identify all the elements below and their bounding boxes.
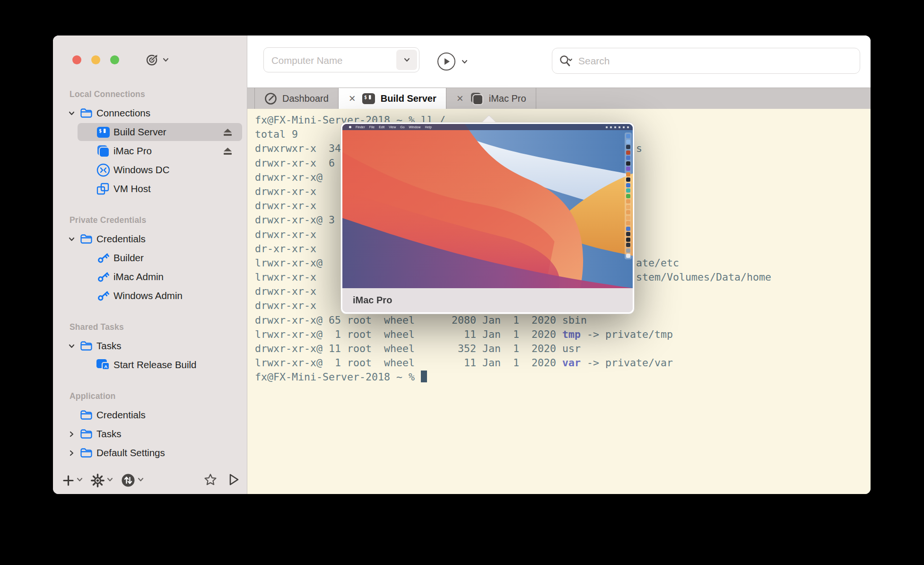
sidebar-item-label: Credentials	[96, 409, 146, 421]
sidebar-item-imac-pro[interactable]: iMac Pro	[53, 141, 247, 160]
svg-text:A: A	[104, 364, 107, 369]
remote-dock-icon	[626, 177, 630, 182]
screenshot-root: { "colors": { "accent_blue": "#1577F2", …	[0, 0, 924, 565]
remote-dock-icon	[626, 183, 630, 187]
remote-dock-icon	[626, 221, 630, 225]
svg-text:$: $	[364, 95, 367, 100]
sidebar-item-credentials[interactable]: Credentials	[53, 406, 247, 424]
sidebar-item-default-settings[interactable]: Default Settings	[53, 443, 247, 462]
computer-name-combobox[interactable]	[263, 47, 419, 72]
search-input[interactable]	[577, 55, 853, 67]
favorite-button[interactable]	[204, 473, 217, 488]
sidebar-tree: Local ConnectionsConnections$Build Serve…	[53, 35, 247, 462]
chevron-down-icon	[137, 476, 144, 485]
vm-icon	[95, 183, 112, 195]
remote-dock-icon	[626, 232, 630, 236]
settings-button[interactable]	[91, 474, 113, 487]
key-icon	[95, 289, 112, 302]
folder-icon	[78, 429, 95, 439]
eject-icon[interactable]	[223, 147, 233, 156]
terminal-line: lrwxr-xr-x@ 1 root wheel 11 Jan 1 2020 t…	[255, 327, 871, 342]
tab-dashboard[interactable]: Dashboard	[254, 88, 339, 109]
chevron-right-icon[interactable]	[65, 431, 78, 438]
computer-name-input[interactable]	[270, 48, 391, 73]
sidebar-item-build-server[interactable]: $Build Server	[53, 123, 247, 141]
remote-dock-icon	[626, 194, 630, 198]
connect-play-button[interactable]	[437, 53, 455, 71]
close-tab-icon[interactable]: ×	[348, 93, 357, 104]
remote-dock-icon	[626, 150, 630, 155]
chevron-down-icon[interactable]	[65, 343, 78, 350]
add-button[interactable]	[62, 475, 83, 486]
sidebar-item-windows-admin[interactable]: Windows Admin	[53, 286, 247, 305]
search-icon[interactable]	[559, 55, 573, 67]
imac-icon	[470, 92, 484, 105]
search-field[interactable]	[552, 48, 860, 74]
sidebar-item-windows-dc[interactable]: Windows DC	[53, 160, 247, 179]
popup-title: iMac Pro	[353, 295, 392, 306]
sidebar-item-label: Windows Admin	[113, 290, 183, 301]
sidebar-item-label: Tasks	[96, 428, 121, 440]
tab-label: iMac Pro	[489, 93, 526, 104]
run-button[interactable]	[228, 473, 240, 488]
remote-menu-item: Go	[400, 125, 404, 129]
sidebar-item-tasks[interactable]: Tasks	[53, 424, 247, 443]
sidebar-item-label: Builder	[113, 252, 144, 264]
remote-dock-icon	[626, 161, 630, 166]
close-tab-icon[interactable]: ×	[456, 93, 464, 104]
tab-label: Build Server	[381, 93, 436, 104]
sidebar-section-header: Local Connections	[53, 85, 247, 104]
sidebar-item-label: Build Server	[113, 126, 166, 138]
tab-label: Dashboard	[282, 93, 329, 104]
sidebar-item-start-release-build[interactable]: AStart Release Build	[53, 355, 247, 374]
remote-dock-icon	[626, 210, 630, 214]
remote-screen-thumbnail[interactable]: FinderFileEditViewGoWindowHelp	[342, 124, 633, 288]
remote-dock-icon	[626, 140, 630, 144]
chevron-down-icon[interactable]	[65, 110, 78, 117]
sidebar-item-connections[interactable]: Connections	[53, 104, 247, 123]
sidebar-item-label: iMac Pro	[113, 145, 152, 157]
dashboard-icon	[264, 92, 277, 105]
sidebar-item-label: Windows DC	[113, 164, 169, 176]
remote-menu-item: File	[369, 125, 375, 129]
chevron-down-icon[interactable]	[65, 236, 78, 243]
popup-caption: iMac Pro	[342, 288, 633, 312]
terminal-line: drwxr-xr-x@ 11 root wheel 352 Jan 1 2020…	[255, 342, 871, 356]
remote-dock-icon	[626, 172, 630, 177]
tab-imac-pro[interactable]: ×iMac Pro	[446, 88, 536, 109]
chevron-right-icon[interactable]	[65, 450, 78, 457]
remote-dock-icon	[626, 238, 630, 242]
terminal-icon: $	[95, 126, 112, 138]
sidebar-item-label: Credentials	[96, 233, 146, 245]
terminal-line: lrwxr-xr-x@ 1 root wheel 11 Jan 1 2020 v…	[255, 356, 871, 370]
sync-button[interactable]	[121, 473, 144, 487]
sidebar-item-imac-admin[interactable]: iMac Admin	[53, 267, 247, 286]
remote-dock-icon	[626, 254, 630, 258]
folder-icon	[78, 234, 95, 244]
apple-menu-icon	[349, 126, 351, 128]
remote-menu-item: Help	[425, 125, 431, 129]
tab-bar: Dashboard×$Build Server×iMac Pro	[247, 88, 871, 109]
sidebar-item-credentials[interactable]: Credentials	[53, 230, 247, 248]
symlink-name: tmp	[562, 328, 581, 340]
big-sur-wallpaper	[342, 124, 633, 288]
sidebar-item-vm-host[interactable]: VM Host	[53, 179, 247, 198]
computer-name-dropdown-button[interactable]	[396, 50, 417, 70]
sidebar-item-label: Default Settings	[96, 447, 165, 459]
tab-build-server[interactable]: ×$Build Server	[339, 88, 446, 109]
sidebar-item-tasks[interactable]: Tasks	[53, 336, 247, 355]
terminal-icon: $	[362, 93, 375, 105]
sidebar-item-builder[interactable]: Builder	[53, 248, 247, 267]
remote-dock-icon	[626, 156, 630, 160]
sidebar-item-label: VM Host	[113, 183, 151, 194]
eject-icon[interactable]	[223, 128, 233, 137]
main-toolbar	[247, 35, 871, 88]
remote-dock-icon	[626, 167, 630, 171]
folder-icon	[78, 108, 95, 118]
remote-menu-item: Window	[409, 125, 421, 129]
terminal-line: fx@FX-Mini-Server-2018 ~ %	[255, 370, 871, 384]
connect-options-chevron-icon[interactable]	[461, 58, 468, 65]
chevron-down-icon	[106, 476, 113, 485]
connection-preview-popup: FinderFileEditViewGoWindowHelp iMac Pro	[340, 122, 635, 314]
remote-dock-icon	[626, 188, 630, 193]
